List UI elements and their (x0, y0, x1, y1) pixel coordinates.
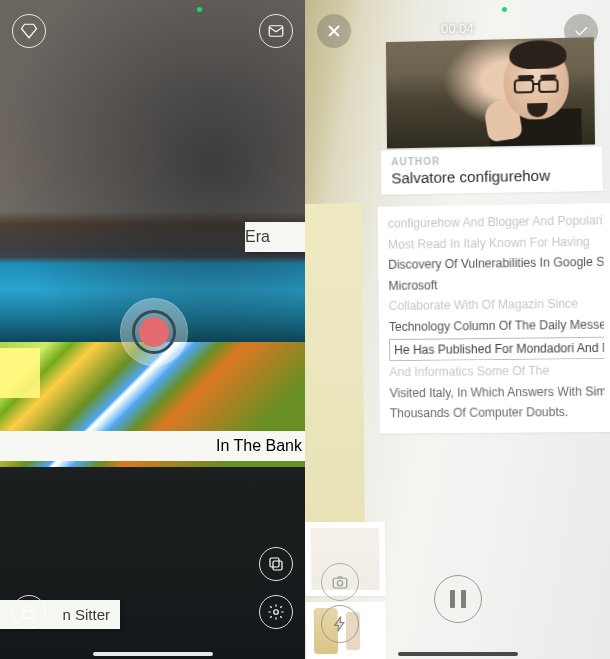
diamond-icon (20, 22, 38, 40)
svg-rect-5 (333, 578, 347, 588)
svg-rect-1 (273, 561, 282, 570)
article-body: configurehow And Blogger And Popularizer… (378, 203, 610, 434)
camera-toggle-button[interactable] (321, 563, 359, 601)
article-line: Thousands Of Computer Doubts. (390, 403, 605, 423)
camera-screen: Era In The Bank n Sitter (0, 0, 305, 659)
svg-point-6 (337, 581, 342, 586)
copy-icon (267, 555, 285, 573)
lock-icon (20, 603, 38, 621)
gear-icon (267, 603, 285, 621)
home-indicator[interactable] (93, 652, 213, 656)
svg-rect-3 (24, 611, 35, 618)
author-label: AUTHOR (391, 153, 592, 168)
svg-rect-0 (269, 26, 283, 37)
svg-rect-2 (270, 558, 279, 567)
recording-timer: 00:04 (441, 21, 474, 36)
review-screen: 00:04 AUTHOR Salvatore configurehow (305, 0, 610, 659)
scanned-snippet-label: In The Bank (0, 431, 305, 461)
pause-icon (447, 590, 469, 608)
camera-icon (331, 573, 349, 591)
lock-button[interactable] (12, 595, 46, 629)
article-line: Collaborate With Of Magazin Since (389, 295, 604, 316)
photo-head (503, 44, 569, 120)
screenshot-pair: Era In The Bank n Sitter 00:04 (0, 0, 610, 659)
article-line: Most Read In Italy Known For Having (388, 232, 603, 254)
status-dot (197, 7, 202, 12)
status-dot (502, 7, 507, 12)
scanned-snippet-era: Era (245, 222, 305, 252)
article-highlight: He Has Published For Mondadori And Monda… (389, 336, 604, 361)
flash-icon (331, 615, 349, 633)
article-line: And Informatics Some Of The (389, 361, 604, 382)
home-indicator[interactable] (398, 652, 518, 656)
svg-point-4 (274, 610, 279, 615)
copy-button[interactable] (259, 547, 293, 581)
flash-button[interactable] (321, 605, 359, 643)
author-card: AUTHOR Salvatore configurehow (381, 146, 603, 194)
record-ring (132, 310, 176, 354)
scanned-page: AUTHOR Salvatore configurehow configureh… (306, 37, 610, 659)
article-line: Discovery Of Vulnerabilities In Google S… (388, 253, 603, 275)
author-photo (386, 37, 595, 148)
record-dot-icon (139, 317, 169, 347)
mail-icon (267, 22, 285, 40)
article-line: Technology Column Of The Daily Messenger (389, 315, 604, 336)
premium-button[interactable] (12, 14, 46, 48)
article-line: Visited Italy, In Which Answers With Sim… (390, 382, 605, 403)
record-button[interactable] (120, 298, 188, 366)
article-line: Microsoft (388, 274, 603, 296)
article-line: configurehow And Blogger And Popularizer (388, 211, 603, 233)
article-line: He Has Published For Mondadori And Monda… (389, 336, 604, 361)
mail-button[interactable] (259, 14, 293, 48)
settings-button[interactable] (259, 595, 293, 629)
author-name: Salvatore configurehow (391, 166, 592, 187)
pause-button[interactable] (434, 575, 482, 623)
